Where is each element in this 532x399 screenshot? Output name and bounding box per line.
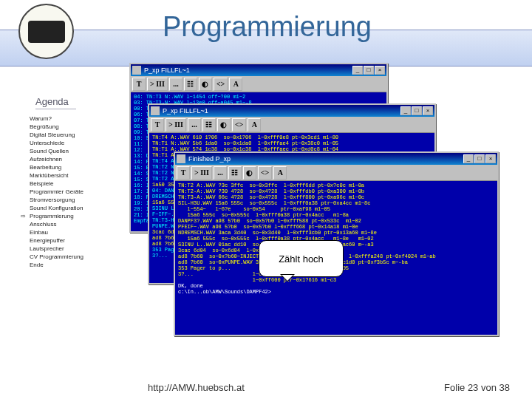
- toolbar-button[interactable]: ...: [214, 166, 227, 180]
- agenda-heading: Agenda: [35, 96, 76, 109]
- agenda-item: Beispiele: [30, 180, 83, 188]
- agenda-item: Anschluss: [30, 220, 83, 228]
- agenda-item: Stromversorgung: [30, 196, 83, 204]
- agenda-item: Lautsprecher: [30, 245, 83, 253]
- toolbar-button[interactable]: T: [132, 78, 146, 91]
- close-button[interactable]: ×: [423, 106, 433, 115]
- footer-url: http://AMW.huebsch.at: [148, 382, 245, 393]
- agenda-item: Unterschiede: [30, 139, 83, 147]
- close-button[interactable]: ×: [375, 66, 385, 75]
- toolbar-button[interactable]: <>: [214, 78, 228, 91]
- agenda-list: Warum?BegrüßungDigital SteuerungUntersch…: [30, 115, 83, 269]
- terminal-line: TN:T2 A:.WAV ?3c 3ffc so~0x3ffc l~0xfff6…: [178, 183, 494, 188]
- terminal-line: PFEIF~.WAV a98 5?b0 so~0x5?b0 l~0xfff668…: [178, 224, 494, 230]
- toolbar-button[interactable]: ◐: [243, 166, 256, 180]
- close-button[interactable]: ×: [485, 154, 496, 163]
- window-title: Finished P_xp: [188, 155, 231, 163]
- agenda-item: Sound Konfiguration: [30, 204, 83, 212]
- maximize-button[interactable]: □: [364, 66, 374, 75]
- agenda-item: Programmier Geräte: [30, 188, 83, 196]
- terminal-line: NDREMSCH.WAV 3aca 3d40 so~0x3d40 l~0xfff…: [178, 230, 494, 236]
- titlebar-1[interactable]: P_xp FILLFL~1 _ □ ×: [131, 64, 386, 76]
- agenda-item: Programmierung: [30, 212, 83, 220]
- window-title: P_xp FILLFL~1: [163, 107, 208, 115]
- minimize-button[interactable]: _: [352, 66, 363, 75]
- agenda-item: Marktübersicht: [30, 171, 83, 180]
- maximize-button[interactable]: □: [474, 154, 485, 163]
- toolbar-button[interactable]: ◐: [217, 118, 231, 132]
- agenda-item: Ende: [30, 261, 83, 269]
- toolbar-button[interactable]: ...: [169, 78, 183, 91]
- titlebar-2[interactable]: P_xp FILLFL~1 _ □ ×: [149, 105, 434, 117]
- agenda-item: Digital Steuerung: [30, 131, 83, 139]
- toolbar-button[interactable]: <>: [258, 166, 272, 180]
- agenda-item: Energiepuffer: [30, 236, 83, 245]
- app-icon: [151, 106, 160, 115]
- toolbar-button[interactable]: A: [229, 78, 242, 91]
- callout-bubble: Zählt hoch: [259, 240, 344, 277]
- terminal-line: DANPF3?.WAV a98 5?b0 so~0x5?b0 l~0xfff58…: [178, 218, 494, 224]
- terminal-line: SIL-H3U.WAV 15a6 555c so~0x555c l~0xfff0…: [178, 200, 494, 206]
- terminal-line: TN:T3-A:.WAV 66c 4?28 so~0x4?28 l~0xfff8…: [178, 194, 494, 200]
- callout-text: Zählt hoch: [279, 253, 324, 265]
- terminal-line: TN:T4 A:.WAV 610 1?06 so~0x1?06 l~0xfff0…: [152, 134, 432, 140]
- terminal-line: 04: TN:T3 N:.WAV l~1454 off~?00 m1~2: [134, 94, 383, 100]
- toolbar-button[interactable]: ◐: [199, 78, 212, 91]
- terminal-line: 15a6 555c so~0x555c l~0xfff0a38 ptr~0x4a…: [178, 212, 494, 218]
- minimize-button[interactable]: _: [400, 106, 411, 115]
- agenda-item: Einbau: [30, 228, 83, 236]
- agenda-item: CV Programmierung: [30, 253, 83, 261]
- terminal-line: l~554~ l~6?e so~0x54 ptr~0xaf98 m1~05: [178, 206, 494, 212]
- agenda-item: Bearbeitung: [30, 163, 83, 171]
- toolbar-1: T> III...☷◐<>A: [131, 76, 386, 92]
- toolbar-button[interactable]: <>: [232, 118, 246, 132]
- titlebar-3[interactable]: Finished P_xp _ □ ×: [175, 153, 497, 165]
- toolbar-button[interactable]: ☷: [184, 78, 197, 91]
- footer-page: Folie 23 von 38: [444, 382, 510, 393]
- toolbar-button[interactable]: A: [273, 166, 287, 180]
- page-title: Programmierung: [163, 11, 372, 43]
- toolbar-button[interactable]: > III: [166, 118, 186, 132]
- toolbar-3: T> III...☷◐<>A: [175, 165, 497, 181]
- toolbar-button[interactable]: T: [151, 118, 164, 132]
- windows-area: P_xp FILLFL~1 _ □ × T> III...☷◐<>A 04: T…: [129, 63, 521, 329]
- app-icon: [132, 66, 141, 75]
- terminal-line: l~0xff600 ptr~0x1?616 m1~c3: [178, 277, 494, 283]
- maximize-button[interactable]: □: [412, 106, 422, 115]
- toolbar-button[interactable]: > III: [147, 78, 168, 91]
- terminal-line: TN:T2-A:.WAV ?30 4?28 so~0x4?28 l~0xfffd…: [178, 188, 494, 194]
- agenda-item: Aufzeichnen: [30, 155, 83, 163]
- toolbar-button[interactable]: > III: [191, 166, 212, 180]
- agenda-item: Sound Quellen: [30, 147, 83, 155]
- agenda-item: Begrüßung: [30, 123, 83, 131]
- terminal-line: c:\In...ob\AMW\Sounds\DAMPF42>: [178, 289, 494, 295]
- window-title: P_xp FILLFL~1: [144, 66, 190, 74]
- toolbar-button[interactable]: ...: [188, 118, 201, 132]
- terminal-line: TN:T1 N:.WAV 5b6 1da0 so~0x1da0 l~0xfffa…: [152, 140, 432, 146]
- minimize-button[interactable]: _: [463, 154, 474, 163]
- toolbar-2: T> III...☷◐<>A: [149, 117, 434, 133]
- toolbar-button[interactable]: ☷: [202, 118, 216, 132]
- agenda-item: Warum?: [30, 115, 83, 123]
- terminal-line: DK, done: [178, 283, 494, 289]
- toolbar-button[interactable]: ☷: [228, 166, 242, 180]
- app-icon: [177, 154, 185, 163]
- logo: [18, 4, 74, 59]
- toolbar-button[interactable]: T: [177, 166, 190, 180]
- toolbar-button[interactable]: A: [248, 118, 261, 132]
- content-3: TN:T2 A:.WAV ?3c 3ffc so~0x3ffc l~0xfff6…: [175, 181, 497, 296]
